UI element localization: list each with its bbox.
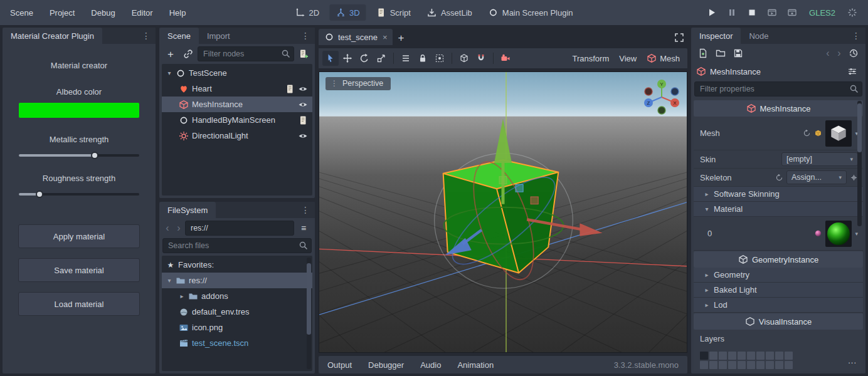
roughness-slider-grabber[interactable] — [36, 191, 43, 198]
menu-project[interactable]: Project — [50, 8, 75, 18]
close-tab-icon[interactable]: × — [381, 33, 388, 42]
scene-node-directionallight[interactable]: DirectionalLight — [162, 128, 312, 144]
tab-node[interactable]: Node — [741, 28, 776, 44]
save-material-button[interactable]: Save material — [18, 258, 140, 282]
roughness-slider[interactable] — [19, 193, 139, 196]
favorites-row[interactable]: ★ Favorites: — [162, 257, 312, 273]
file-row-icon-png[interactable]: icon.png — [162, 320, 312, 335]
group-software-skinning[interactable]: ▸ Software Skinning — [694, 187, 863, 202]
nav-forward-icon[interactable]: › — [174, 222, 184, 234]
add-node-button[interactable]: + — [162, 46, 179, 61]
layer-checkbox[interactable] — [700, 352, 708, 360]
snap-toggle-button[interactable] — [473, 51, 489, 66]
view-menu[interactable]: View — [619, 54, 637, 63]
attach-script-button[interactable] — [295, 46, 312, 61]
history-forward-icon[interactable]: › — [834, 48, 844, 59]
scrollbar-thumb[interactable] — [307, 263, 311, 335]
collapse-icon[interactable]: ▾ — [166, 70, 172, 76]
layer-checkbox[interactable] — [756, 352, 765, 360]
play-scene-button[interactable] — [764, 5, 780, 20]
workspace-3d[interactable]: 3D — [329, 4, 366, 21]
scene-node-testscene[interactable]: ▾ TestScene — [162, 65, 312, 81]
mesh-menu[interactable]: Mesh — [647, 53, 680, 63]
camera-preview-button[interactable] — [497, 51, 514, 66]
visibility-toggle-icon[interactable] — [298, 131, 308, 141]
scrollbar-thumb[interactable] — [857, 103, 862, 152]
layer-checkbox[interactable] — [785, 352, 793, 360]
category-visualinstance[interactable]: VisualInstance — [694, 313, 863, 330]
metallic-slider-grabber[interactable] — [91, 152, 98, 159]
group-baked-light[interactable]: ▸ Baked Light — [694, 283, 863, 298]
material-dropdown-icon[interactable]: ▾ — [855, 231, 858, 237]
category-geometryinstance[interactable]: GeometryInstance — [694, 251, 863, 268]
object-tools-button[interactable] — [844, 64, 860, 79]
bottom-tab-audio[interactable]: Audio — [420, 360, 441, 370]
object-history-button[interactable] — [845, 46, 862, 61]
gizmo-plane-handle-x[interactable] — [531, 197, 538, 204]
file-row-res[interactable]: ▾ res:// — [162, 273, 312, 288]
tab-scene[interactable]: Scene — [159, 28, 199, 44]
local-space-button[interactable] — [456, 51, 472, 66]
tab-inspector[interactable]: Inspector — [691, 28, 741, 44]
gizmo-plane-handle-z[interactable] — [516, 184, 523, 192]
layer-checkbox[interactable] — [775, 361, 783, 369]
menu-debug[interactable]: Debug — [91, 8, 115, 18]
revert-icon[interactable] — [775, 174, 783, 182]
transform-menu[interactable]: Transform — [573, 54, 610, 63]
layer-checkbox[interactable] — [766, 352, 774, 360]
apply-material-button[interactable]: Apply material — [18, 224, 140, 248]
layer-checkbox[interactable] — [738, 361, 746, 369]
layer-checkbox[interactable] — [709, 352, 717, 360]
nav-back-icon[interactable]: ‹ — [162, 222, 172, 234]
toggle-split-mode-icon[interactable]: ≡ — [295, 221, 312, 236]
axis-navigation-gizmo[interactable]: Y X Z — [642, 77, 682, 117]
scene-node-handledbymainscreen[interactable]: HandledByMainScreen — [162, 112, 312, 128]
skeleton-assign-dropdown[interactable]: Assign... ▾ — [786, 170, 847, 184]
workspace-script[interactable]: Script — [370, 4, 417, 21]
bottom-tab-output[interactable]: Output — [327, 360, 352, 370]
renderer-dropdown[interactable]: GLES2 — [804, 8, 840, 18]
filter-nodes-input[interactable] — [198, 46, 294, 61]
layer-checkbox[interactable] — [756, 361, 765, 369]
load-resource-button[interactable] — [712, 46, 729, 61]
layer-checkbox[interactable] — [747, 361, 755, 369]
tab-material-creator-plugin[interactable]: Material Creator Plugin — [3, 28, 102, 44]
list-select-button[interactable] — [398, 51, 414, 66]
layer-checkbox[interactable] — [709, 361, 717, 369]
inspector-menu-icon[interactable]: ⋮ — [847, 28, 865, 44]
collapse-icon[interactable]: ▾ — [166, 277, 172, 284]
script-icon[interactable] — [298, 115, 308, 125]
play-button[interactable] — [704, 5, 720, 20]
tool-scale-button[interactable] — [373, 51, 389, 66]
scene-node-meshinstance[interactable]: MeshInstance — [162, 97, 312, 112]
layer-checkbox[interactable] — [766, 361, 774, 369]
panel-menu-icon[interactable]: ⋮ — [137, 28, 156, 44]
new-scene-tab-button[interactable]: + — [393, 30, 409, 45]
group-selected-button[interactable] — [431, 51, 448, 66]
group-lod[interactable]: ▸ Lod — [694, 298, 863, 313]
layer-checkbox[interactable] — [728, 352, 736, 360]
file-row-addons[interactable]: ▸ addons — [162, 288, 312, 304]
material-preview-thumbnail[interactable] — [825, 221, 852, 247]
layer-checkbox[interactable] — [747, 352, 755, 360]
axis-neg-y-ball[interactable] — [658, 107, 665, 114]
tool-rotate-button[interactable] — [356, 51, 373, 66]
revert-icon[interactable] — [803, 129, 811, 137]
search-files-input[interactable] — [162, 238, 312, 253]
play-custom-scene-button[interactable] — [784, 5, 800, 20]
history-back-icon[interactable]: ‹ — [823, 48, 833, 59]
layer-checkbox[interactable] — [775, 352, 783, 360]
bottom-tab-animation[interactable]: Animation — [457, 360, 494, 370]
3d-viewport[interactable]: ⋮ Perspective Y X Z — [319, 71, 687, 353]
lock-selected-button[interactable] — [415, 51, 431, 66]
axis-neg-x-ball[interactable] — [645, 88, 652, 95]
layer-checkbox[interactable] — [700, 361, 708, 369]
scene-tab-test-scene[interactable]: test_scene × — [319, 29, 393, 45]
scene-node-heart[interactable]: Heart — [162, 81, 312, 97]
layer-checkbox[interactable] — [785, 361, 793, 369]
layer-checkbox[interactable] — [738, 352, 746, 360]
save-resource-button[interactable] — [730, 46, 746, 61]
inspector-scrollbar[interactable] — [857, 101, 862, 226]
menu-help[interactable]: Help — [169, 8, 186, 18]
metallic-slider[interactable] — [19, 154, 139, 157]
